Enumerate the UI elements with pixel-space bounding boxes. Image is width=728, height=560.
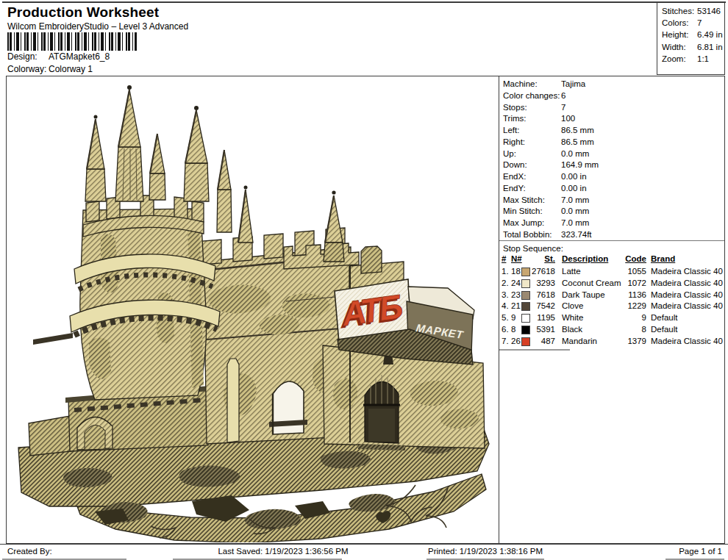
printed-text: Printed: 1/19/2023 1:38:16 PM: [404, 547, 566, 556]
stop-sequence-row: 5. 9 1195 White 9 Default: [499, 312, 724, 324]
needle-number: 21: [511, 301, 521, 312]
sheet-top-rule: [2, 1, 726, 3]
machine-info-row: Down: 164.9 mm: [499, 159, 724, 171]
castle-illustration: АТБ АТБ МАРКЕТ: [18, 85, 489, 542]
machine-info-value: 323.74ft: [561, 229, 592, 241]
summary-value: 53146: [697, 7, 721, 15]
last-saved-text: Last Saved: 1/19/2023 1:36:56 PM: [162, 547, 404, 556]
thread-brand: Default: [651, 312, 677, 324]
thread-description: Latte: [562, 266, 581, 278]
app-subtitle: Wilcom EmbroideryStudio – Level 3 Advanc…: [7, 21, 188, 32]
needle-number: 26: [511, 336, 521, 348]
design-preview: АТБ АТБ МАРКЕТ: [7, 76, 499, 542]
stop-sequence-row: 4. 21 7542 Clove 1229 Madeira Classic 40: [499, 301, 724, 312]
machine-info-rows: Machine: Tajima Color changes: 6 Stops: …: [499, 79, 724, 241]
machine-info-value: 164.9 mm: [561, 159, 599, 171]
machine-info-label: Color changes:: [503, 90, 560, 102]
machine-info-row: Right: 86.5 mm: [499, 137, 724, 148]
machine-info-label: Up:: [503, 148, 516, 160]
stop-index: 6.: [502, 324, 509, 336]
machine-info-row: Max Stitch: 7.0 mm: [499, 195, 724, 207]
stitch-count: 1195: [529, 312, 555, 324]
thread-description: Clove: [562, 301, 583, 312]
page-title: Production Worksheet: [7, 4, 159, 21]
stop-index: 1.: [502, 266, 509, 278]
summary-value: 1:1: [697, 54, 709, 63]
machine-info-value: 7.0 mm: [561, 195, 589, 207]
machine-info-label: Left:: [503, 125, 519, 137]
stop-sequence-divider: [499, 240, 724, 241]
summary-label: Width:: [662, 41, 697, 53]
stop-index: 7.: [502, 336, 509, 348]
col-brand: Brand: [651, 254, 675, 263]
design-summary-box: Stitches:53146 Colors:7 Height:6.49 in W…: [657, 1, 725, 75]
col-number: #: [502, 254, 506, 263]
stop-index: 3.: [502, 290, 509, 301]
design-barcode: [7, 32, 137, 51]
col-stitches: St.: [529, 254, 555, 263]
table-end-rule: [499, 349, 570, 351]
col-needle: N#: [511, 254, 522, 263]
sheet-footer: Created By: Last Saved: 1/19/2023 1:36:5…: [0, 544, 728, 560]
colorway-row: Colorway:Colorway 1: [7, 64, 93, 74]
needle-number: 9: [511, 312, 515, 324]
machine-info-value: Tajima: [561, 79, 585, 90]
thread-code: 1072: [608, 278, 646, 290]
summary-row: Width:6.81 in: [662, 41, 724, 53]
thread-description: White: [562, 312, 583, 324]
needle-number: 23: [511, 290, 521, 301]
summary-value: 7: [697, 18, 702, 27]
thread-code: 1229: [608, 301, 646, 312]
thread-code: 8: [608, 324, 646, 336]
castle-tower: [70, 195, 220, 400]
machine-info-label: Max Stitch:: [503, 195, 545, 207]
worksheet-body: АТБ АТБ МАРКЕТ Machine: Tajima Color cha…: [6, 76, 725, 544]
stitch-count: 3293: [529, 278, 555, 290]
stop-sequence-row: 1. 18 27618 Latte 1055 Madeira Classic 4…: [499, 266, 724, 278]
machine-info-row: EndY: 0.00 in: [499, 183, 724, 195]
page-indicator: Page 1 of 1: [566, 547, 722, 556]
machine-info-row: Up: 0.0 mm: [499, 148, 724, 160]
summary-label: Height:: [662, 29, 697, 40]
machine-info-panel: Machine: Tajima Color changes: 6 Stops: …: [499, 76, 724, 543]
machine-info-row: Left: 86.5 mm: [499, 125, 724, 137]
stitch-count: 5391: [529, 324, 555, 336]
thread-description: Black: [562, 324, 582, 336]
machine-info-row: Total Bobbin: 323.74ft: [499, 229, 724, 241]
thread-code: 1136: [608, 290, 646, 301]
machine-info-label: Trims:: [503, 113, 527, 125]
thread-brand: Madeira Classic 40: [651, 336, 723, 348]
machine-info-row: Max Jump: 7.0 mm: [499, 218, 724, 229]
design-value: ATGMapket6_8: [49, 51, 110, 62]
thread-brand: Madeira Classic 40: [651, 266, 723, 278]
stop-sequence-row: 3. 23 7618 Dark Taupe 1136 Madeira Class…: [499, 290, 724, 301]
stop-index: 4.: [502, 301, 509, 312]
stop-sequence-row: 6. 8 5391 Black 8 Default: [499, 324, 724, 336]
col-description: Description: [562, 254, 608, 263]
stitch-count: 487: [529, 336, 555, 348]
machine-info-value: 0.0 mm: [561, 148, 589, 160]
thread-brand: Madeira Classic 40: [651, 278, 723, 290]
machine-info-value: 6: [561, 90, 565, 102]
stop-sequence-row: 7. 26 487 Mandarin 1379 Madeira Classic …: [499, 336, 724, 348]
machine-info-row: Trims: 100: [499, 113, 724, 125]
needle-number: 24: [511, 278, 521, 290]
summary-value: 6.49 in: [697, 30, 723, 39]
stop-sequence-title: Stop Sequence:: [503, 243, 563, 254]
machine-info-value: 100: [561, 113, 575, 125]
machine-info-label: Down:: [503, 159, 527, 171]
stop-index: 5.: [502, 312, 509, 324]
machine-info-label: EndY:: [503, 183, 526, 195]
machine-info-value: 0.0 mm: [561, 206, 589, 218]
thread-brand: Default: [651, 324, 677, 336]
machine-info-label: Max Jump:: [503, 218, 544, 229]
design-row: Design:ATGMapket6_8: [7, 51, 110, 62]
thread-brand: Madeira Classic 40: [651, 290, 723, 301]
stitch-count: 7618: [529, 290, 555, 301]
needle-number: 18: [511, 266, 521, 278]
machine-info-value: 7.0 mm: [561, 218, 589, 229]
design-label: Design:: [7, 51, 49, 62]
col-code: Code: [608, 254, 646, 263]
machine-info-value: 86.5 mm: [561, 137, 594, 148]
created-by-label: Created By:: [7, 547, 52, 556]
